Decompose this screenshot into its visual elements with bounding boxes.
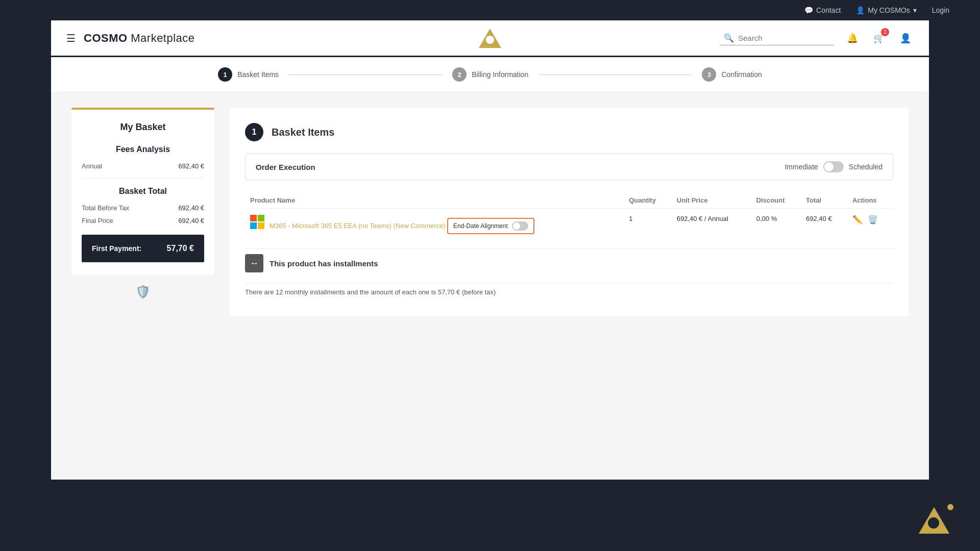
shield-icon: 🛡️ [135,285,151,299]
header-right: 🔍 🔔 🛒 1 👤 [720,30,914,46]
delete-icon[interactable]: 🗑️ [868,215,878,224]
logo-triangle [479,29,501,48]
first-payment-label: First Payment: [92,244,141,253]
table-row: M365 - Microsoft 365 E5 EEA (no Teams) (… [245,209,893,241]
ms-blue [250,222,257,229]
main-container: ☰ COSMO Marketplace 🔍 🔔 🛒 1 👤 [51,20,929,480]
product-name-link[interactable]: M365 - Microsoft 365 E5 EEA (no Teams) (… [270,222,445,230]
step-2-label: Billing Information [472,70,528,79]
col-discount: Discount [751,192,801,209]
basket-total-title: Basket Total [82,187,204,196]
discount-cell: 0,00 % [751,209,801,241]
step-3-label: Confirmation [721,70,762,79]
step-1-label: Basket Items [237,70,279,79]
first-payment-value: 57,70 € [167,244,194,253]
first-payment-bar: First Payment: 57,70 € [82,235,204,262]
scheduled-label: Scheduled [849,163,883,171]
end-date-alignment-box: End-Date Alignment [447,218,534,234]
ms-red [250,215,257,221]
end-date-label: End-Date Alignment [453,222,508,230]
chevron-down-icon: ▾ [913,6,917,14]
product-details: M365 - Microsoft 365 E5 EEA (no Teams) (… [270,215,534,234]
immediate-label: Immediate [785,163,818,171]
header: ☰ COSMO Marketplace 🔍 🔔 🛒 1 👤 [51,20,929,57]
installments-label: This product has installments [270,259,378,268]
cart-button[interactable]: 🛒 1 [871,30,887,46]
top-navigation: 💬 Contact 👤 My COSMOs ▾ Login [0,0,980,20]
account-icon: 👤 [900,33,911,44]
login-button[interactable]: Login [932,6,949,14]
bottom-logo-dot [947,504,953,510]
my-basket-card: My Basket Fees Analysis Annual 692,40 € … [71,108,214,274]
checkout-steps: 1 Basket Items 2 Billing Information 3 C… [51,57,929,92]
my-basket-title: My Basket [82,122,204,133]
contact-link[interactable]: 💬 Contact [804,6,841,14]
col-total: Total [801,192,847,209]
product-cell: M365 - Microsoft 365 E5 EEA (no Teams) (… [245,209,624,241]
col-unit-price: Unit Price [672,192,751,209]
order-execution-toggle[interactable] [823,161,844,172]
user-icon: 👤 [856,6,865,14]
edit-icon[interactable]: ✏️ [852,215,863,224]
unit-price-cell: 692,40 € / Annual [672,209,751,241]
step-billing[interactable]: 2 Billing Information [452,67,528,82]
search-input[interactable] [738,34,830,42]
ms-green [258,215,264,221]
end-date-toggle[interactable] [512,221,528,231]
main-section: 1 Basket Items Order Execution Immediate… [230,108,909,316]
final-price-value: 692,40 € [178,217,204,224]
order-execution-bar: Order Execution Immediate Scheduled [245,154,893,180]
step-2-circle: 2 [452,67,467,82]
bottom-logo-triangle [919,507,949,534]
annual-label: Annual [82,162,102,170]
installments-icon: ↔ [245,254,263,272]
order-execution-label: Order Execution [256,163,315,171]
step-1-circle: 1 [218,67,232,82]
bottom-right-logo [919,507,949,536]
shield-icon-wrap: 🛡️ [71,285,214,299]
col-quantity: Quantity [624,192,672,209]
section-number: 1 [245,123,263,141]
total-before-tax-row: Total Before Tax 692,40 € [82,204,204,212]
installments-row: ↔ This product has installments [245,248,893,278]
cart-badge: 1 [881,28,889,36]
bell-icon: 🔔 [847,33,858,44]
final-price-label: Final Price [82,217,113,224]
content-area: My Basket Fees Analysis Annual 692,40 € … [51,92,929,332]
final-price-row: Final Price 692,40 € [82,217,204,224]
microsoft-logo [250,215,264,229]
actions-cell: ✏️ 🗑️ [847,209,893,241]
installments-symbol: ↔ [250,258,259,269]
logo-text: COSMO Marketplace [84,32,195,45]
ms-yellow [258,222,264,229]
col-product-name: Product Name [245,192,624,209]
hamburger-menu[interactable]: ☰ [66,32,76,44]
total-cell: 692,40 € [801,209,847,241]
section-title: Basket Items [272,127,334,138]
total-before-tax-value: 692,40 € [178,204,204,212]
annual-value: 692,40 € [178,162,204,170]
step-3-circle: 3 [702,67,716,82]
quantity-cell: 1 [624,209,672,241]
step-connector-1 [289,74,442,75]
account-button[interactable]: 👤 [897,30,914,46]
section-heading: 1 Basket Items [245,123,893,141]
col-actions: Actions [847,192,893,209]
step-connector-2 [538,74,692,75]
step-confirmation[interactable]: 3 Confirmation [702,67,762,82]
search-icon: 🔍 [724,33,734,43]
sidebar: My Basket Fees Analysis Annual 692,40 € … [71,108,214,316]
annual-fee-row: Annual 692,40 € [82,162,204,170]
search-box: 🔍 [720,31,834,45]
fees-analysis-title: Fees Analysis [82,145,204,154]
logo-icon [479,29,501,48]
chat-icon: 💬 [804,6,813,14]
product-table: Product Name Quantity Unit Price Discoun… [245,192,893,240]
installments-description: There are 12 monthly installments and th… [245,283,893,301]
total-before-tax-label: Total Before Tax [82,204,129,212]
notification-button[interactable]: 🔔 [844,30,861,46]
step-basket-items[interactable]: 1 Basket Items [218,67,279,82]
order-execution-toggle-area: Immediate Scheduled [785,161,883,172]
divider-1 [82,178,204,179]
my-cosmos-link[interactable]: 👤 My COSMOs ▾ [856,6,916,14]
